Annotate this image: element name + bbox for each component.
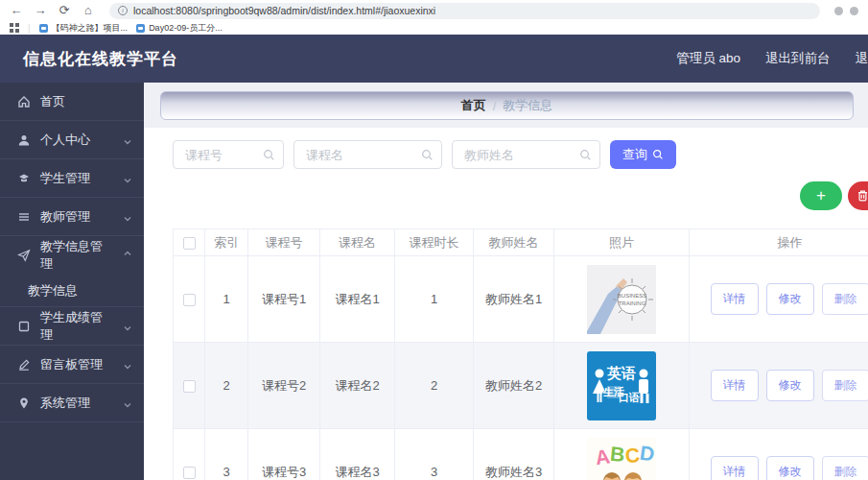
cell-teacher: 教师姓名3	[474, 429, 554, 480]
sidebar-item-grades-management[interactable]: 学生成绩管理	[0, 307, 144, 346]
home-button-icon[interactable]: ⌂	[82, 0, 95, 21]
exit-to-front-link[interactable]: 退出到前台	[765, 50, 831, 67]
svg-text:B: B	[609, 442, 625, 465]
delete-button[interactable]: 删除	[822, 370, 868, 401]
search-icon	[652, 149, 664, 160]
course-name-input[interactable]	[293, 140, 442, 169]
search-field-course-no	[173, 140, 284, 169]
search-icon	[263, 148, 275, 165]
bookmark-label: Day02-09-员工分...	[149, 22, 223, 35]
chevron-down-icon	[123, 135, 132, 145]
query-button-label: 查询	[622, 146, 647, 163]
edit-button[interactable]: 修改	[766, 370, 814, 401]
sidebar-item-label: 个人中心	[40, 132, 113, 149]
sidebar-item-label: 留言板管理	[40, 356, 113, 373]
sidebar-item-label: 首页	[40, 93, 132, 110]
cell-duration: 1	[395, 256, 474, 343]
svg-text:BUSINESS: BUSINESS	[618, 293, 646, 299]
home-icon	[17, 95, 31, 108]
cell-duration: 3	[395, 429, 474, 480]
business-training-photo: BUSINESS TRAINING	[587, 265, 656, 334]
detail-button[interactable]: 详情	[711, 283, 759, 315]
sidebar-item-message-board-management[interactable]: 留言板管理	[0, 346, 144, 384]
sidebar-item-system-management[interactable]: 系统管理	[0, 384, 144, 422]
column-header-course-name: 课程名	[320, 229, 395, 256]
extensions-icon[interactable]	[834, 7, 843, 15]
edit-button[interactable]: 修改	[766, 283, 814, 315]
bookmark-separator: |	[28, 23, 31, 34]
row-checkbox[interactable]	[183, 380, 196, 393]
chevron-down-icon	[123, 398, 132, 408]
sidebar-subitem-label: 教学信息	[28, 282, 78, 300]
query-button[interactable]: 查询	[610, 140, 676, 169]
sidebar-item-label: 学生管理	[40, 170, 113, 187]
detail-button[interactable]: 详情	[711, 456, 759, 480]
sidebar-item-home[interactable]: 首页	[0, 83, 144, 121]
trash-icon	[856, 189, 868, 203]
row-checkbox[interactable]	[183, 294, 196, 306]
column-header-duration: 课程时长	[395, 229, 474, 256]
svg-text:D: D	[639, 441, 656, 465]
cell-course-no: 课程号2	[248, 343, 320, 429]
chevron-down-icon	[123, 322, 132, 331]
square-icon	[17, 320, 31, 333]
bookmark-favicon	[136, 24, 145, 33]
logout-link[interactable]: 退	[856, 50, 868, 67]
select-all-checkbox[interactable]	[183, 237, 196, 250]
cell-teacher: 教师姓名1	[474, 256, 554, 343]
cell-teacher: 教师姓名2	[474, 343, 554, 429]
sidebar-subitem-teaching-info[interactable]: 教学信息	[0, 275, 144, 307]
sidebar-item-label: 教学信息管理	[40, 238, 113, 273]
bookmark-item[interactable]: 【码神之路】项目...	[39, 22, 129, 35]
list-icon	[17, 210, 31, 224]
sidebar-item-personal-center[interactable]: 个人中心	[0, 121, 144, 159]
forward-icon[interactable]: →	[34, 0, 47, 21]
column-header-course-no: 课程号	[248, 229, 320, 256]
bookmark-item[interactable]: Day02-09-员工分...	[136, 22, 223, 35]
delete-selected-button[interactable]	[848, 181, 868, 210]
cell-course-name: 课程名2	[320, 343, 395, 429]
breadcrumb-home-link[interactable]: 首页	[461, 97, 486, 114]
detail-button[interactable]: 详情	[711, 370, 759, 401]
cell-index: 2	[205, 343, 248, 429]
header-links: 管理员 abo 退出到前台 退	[676, 50, 868, 67]
row-operations: 详情 修改 删除	[690, 283, 868, 315]
apps-grid-icon[interactable]	[10, 23, 19, 33]
delete-button[interactable]: 删除	[822, 456, 868, 480]
sidebar-item-teacher-management[interactable]: 教师管理	[0, 198, 144, 236]
row-operations: 详情 修改 删除	[690, 370, 868, 401]
svg-text:口语: 口语	[619, 392, 640, 403]
table-header-row: 索引 课程号 课程名 课程时长 教师姓名 照片 操作	[174, 229, 868, 256]
cell-index: 1	[205, 256, 248, 343]
reload-icon[interactable]: ⟳	[58, 0, 71, 21]
search-field-course-name	[293, 140, 442, 169]
edit-button[interactable]: 修改	[766, 456, 814, 480]
svg-text:A: A	[594, 444, 611, 468]
breadcrumb-separator: /	[493, 99, 497, 113]
svg-text:C: C	[624, 444, 641, 467]
search-row: 查询	[173, 140, 868, 169]
sidebar-item-label: 学生成绩管理	[40, 309, 113, 344]
column-header-photo: 照片	[554, 229, 690, 256]
sidebar-item-student-management[interactable]: 学生管理	[0, 159, 144, 198]
profile-icon[interactable]	[850, 7, 858, 15]
row-checkbox[interactable]	[183, 467, 196, 479]
chevron-down-icon	[123, 174, 132, 183]
cell-duration: 2	[395, 343, 474, 429]
add-button[interactable]: +	[800, 181, 842, 210]
site-info-icon[interactable]: i	[118, 6, 128, 15]
address-bar[interactable]: i localhost:8080/springboot9qw88/admin/d…	[109, 3, 820, 19]
breadcrumb-current: 教学信息	[503, 97, 552, 114]
english-speaking-photo: 英语 生活 生活 口语	[587, 351, 656, 420]
row-operations: 详情 修改 删除	[690, 456, 868, 480]
sidebar-item-teaching-info-management[interactable]: 教学信息管理	[0, 236, 144, 275]
delete-button[interactable]: 删除	[822, 283, 868, 315]
column-header-index: 索引	[205, 229, 248, 256]
teacher-name-input[interactable]	[452, 140, 600, 169]
sidebar-item-label: 系统管理	[40, 395, 113, 412]
admin-user-label[interactable]: 管理员 abo	[676, 50, 740, 67]
back-icon[interactable]: ←	[10, 0, 23, 21]
chevron-down-icon	[123, 212, 132, 222]
column-header-teacher: 教师姓名	[474, 229, 554, 256]
search-icon	[579, 148, 592, 165]
